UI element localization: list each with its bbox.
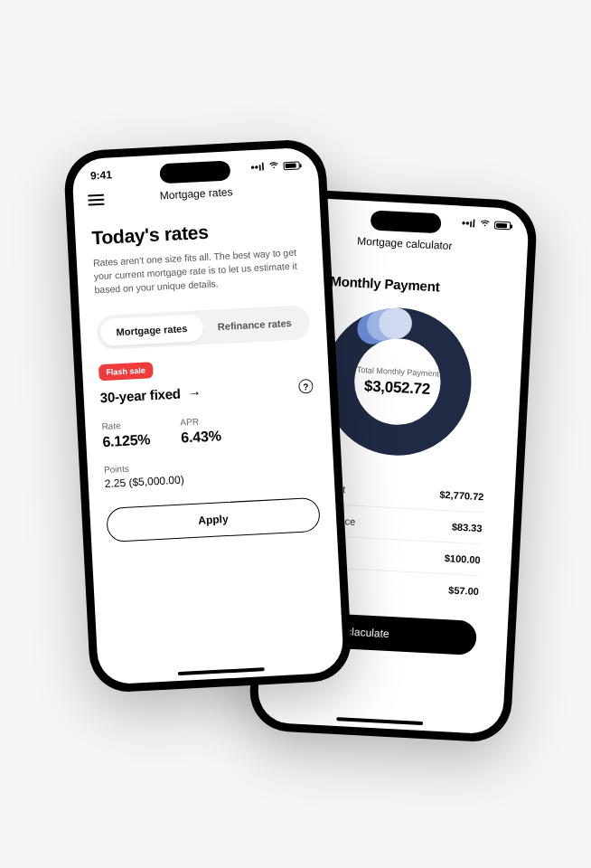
wifi-icon <box>267 159 280 173</box>
battery-icon <box>283 161 299 170</box>
product-name: 30-year fixed <box>99 385 181 405</box>
metric-rate: Rate 6.125% <box>101 419 151 450</box>
flash-sale-badge: Flash sale <box>98 362 153 381</box>
status-time: 9:41 <box>90 168 113 182</box>
dynamic-island <box>159 160 230 184</box>
breakdown-value: $83.33 <box>452 521 483 533</box>
page-title: Today's rates <box>91 216 305 249</box>
tab-refinance-rates[interactable]: Refinance rates <box>202 308 306 341</box>
rate-value: 6.125% <box>102 431 151 450</box>
dynamic-island <box>371 210 442 233</box>
apply-button[interactable]: Apply <box>106 496 321 542</box>
hamburger-icon[interactable] <box>88 194 105 206</box>
apr-label: APR <box>180 415 220 427</box>
rate-label: Rate <box>101 419 150 431</box>
donut-value: $3,052.72 <box>364 377 431 399</box>
breakdown-value: $100.00 <box>445 552 481 565</box>
apr-value: 6.43% <box>181 428 221 446</box>
phone-rates: 9:41 ••ıl Mortgage rates Today's rates R… <box>62 138 352 693</box>
tab-mortgage-rates[interactable]: Mortgage rates <box>99 314 203 346</box>
breakdown-value: $2,770.72 <box>439 489 483 503</box>
product-row[interactable]: 30-year fixed → ? <box>99 379 314 405</box>
nav-title: Mortgage calculator <box>357 235 453 252</box>
rate-type-tabs: Mortgage rates Refinance rates <box>96 305 311 350</box>
wifi-icon <box>479 218 492 231</box>
home-indicator <box>336 717 423 725</box>
payment-donut-chart: Total Monthly Payment $3,052.72 <box>317 301 479 463</box>
battery-icon <box>494 221 511 230</box>
home-indicator <box>178 667 265 675</box>
signal-icon: ••ıl <box>250 160 265 174</box>
arrow-right-icon: → <box>187 384 202 401</box>
help-icon[interactable]: ? <box>298 379 314 394</box>
page-subtitle: Rates aren't one size fits all. The best… <box>93 245 308 297</box>
breakdown-value: $57.00 <box>448 584 479 597</box>
metric-apr: APR 6.43% <box>180 415 221 446</box>
donut-label: Total Monthly Payment <box>357 364 439 378</box>
metric-points: Points 2.25 ($5,000.00) <box>104 453 318 489</box>
nav-title: Mortgage rates <box>159 185 232 202</box>
signal-icon: ••ıl <box>462 217 476 231</box>
